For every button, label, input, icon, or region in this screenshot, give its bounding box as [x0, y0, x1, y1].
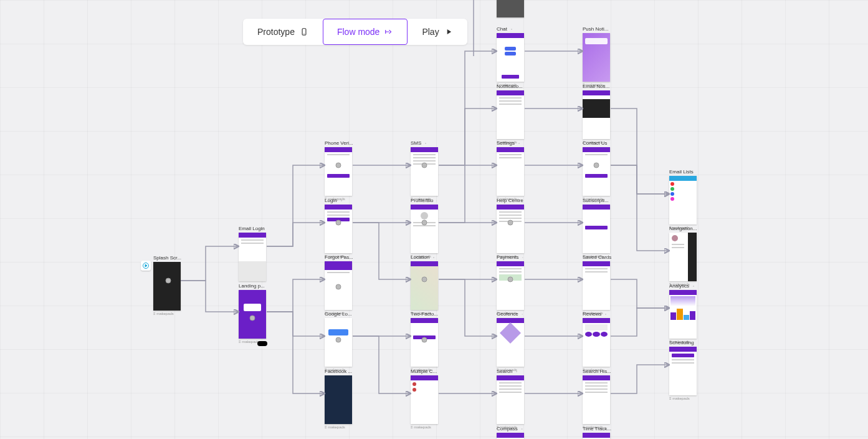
tab-label: Flow mode — [337, 27, 379, 37]
svg-point-29 — [511, 29, 512, 30]
screen-search-history[interactable]: Search His... ≡ makepads — [583, 369, 610, 429]
screen-label: Forgot Pas... — [325, 254, 353, 260]
screen-email-lists[interactable]: Email Lists ≡ makepads — [669, 169, 697, 229]
screen-label: Push Noti... — [583, 26, 608, 32]
screen-label: Search His... — [583, 369, 611, 374]
gear-icon — [431, 255, 436, 260]
tab-label: Play — [422, 27, 439, 37]
screen-label: Saved Cards — [583, 254, 611, 260]
screen-multiple-c[interactable]: Multiple C... ≡ makepads — [411, 369, 438, 429]
screen-settings[interactable]: Settings ≡ makepads — [497, 140, 524, 201]
screen-search[interactable]: Search ≡ makepads — [497, 369, 524, 429]
flow-icon — [384, 27, 393, 36]
screen-label: Contact Us — [583, 140, 608, 146]
svg-point-34 — [522, 314, 523, 315]
screen-label: Email Lists — [669, 169, 694, 175]
screen-label: Help Centre — [497, 198, 523, 203]
screen-push-notifications[interactable]: Push Noti... ≡ makepads — [583, 26, 610, 87]
gear-icon — [696, 340, 697, 345]
screen-scheduling[interactable]: Scheduling ≡ makepads — [669, 340, 697, 400]
svg-point-20 — [341, 200, 342, 201]
play-circle-icon — [142, 262, 150, 269]
screen-caption: ≡ makepads — [669, 397, 697, 400]
tab-flow-mode[interactable]: Flow mode — [323, 19, 408, 45]
screen-analytics[interactable]: Analytics ≡ makepads — [669, 283, 697, 344]
screen-location[interactable]: Location ≡ makepads — [411, 254, 438, 315]
screen-label: Reviews — [583, 311, 601, 317]
screen-email-notifications[interactable]: Email Noti... ≡ makepads — [583, 84, 610, 144]
screen-notifications[interactable]: Notificatio... ≡ makepads — [497, 84, 524, 144]
screen-label: Geofence — [497, 311, 518, 317]
badge-dark — [257, 341, 267, 346]
gear-icon — [691, 284, 696, 289]
screen-two-factor[interactable]: Two-Facto... ≡ makepads — [411, 311, 438, 372]
screen-label: Search — [497, 369, 512, 374]
screen-label: Settings — [497, 140, 515, 146]
screen-payments[interactable]: Payments ≡ makepads — [497, 254, 524, 315]
screen-splash[interactable]: Splash Scr... ≡ makepads — [153, 255, 181, 316]
tab-play[interactable]: Play — [408, 19, 467, 45]
screen-time-tracking[interactable]: Time Track... — [583, 426, 610, 439]
screen-phone-verification[interactable]: Phone Veri... ≡ makepads — [325, 140, 352, 201]
screen-help-centre[interactable]: Help Centre ≡ makepads — [497, 198, 524, 258]
screen-contact-us[interactable]: Contact Us ≡ makepads — [583, 140, 610, 201]
screen-label: Facebook ... — [325, 369, 352, 374]
gear-icon — [695, 170, 697, 175]
mode-tabbar: Prototype Flow mode Play — [243, 19, 467, 45]
screen-label: Email Noti... — [583, 84, 609, 89]
screen-label: Login — [325, 198, 337, 203]
screen-chat[interactable]: Chat ≡ makepads — [497, 26, 524, 87]
tab-prototype[interactable]: Prototype — [243, 19, 323, 45]
screen-saved-cards[interactable]: Saved Cards ≡ makepads — [583, 254, 610, 315]
screen-label: Profile/Bio — [411, 198, 433, 203]
flow-canvas[interactable]: Prototype Flow mode Play Splash Scr... ≡… — [0, 0, 868, 439]
screen-label: Landing p... — [239, 283, 265, 289]
screen-geofence[interactable]: Geofence ≡ makepads — [497, 311, 524, 372]
screen-login[interactable]: Login ≡ makepads — [325, 198, 352, 258]
screen-label: Google Lo... — [325, 311, 352, 317]
screen-label: Location — [411, 254, 429, 260]
screen-forgot-password[interactable]: Forgot Pas... ≡ makepads — [325, 254, 352, 315]
gear-icon — [603, 312, 608, 317]
screen-reviews[interactable]: Reviews ≡ makepads — [583, 311, 610, 372]
svg-point-45 — [696, 171, 697, 172]
screen-sms[interactable]: SMS ≡ makepads — [411, 140, 438, 201]
screen-email-login[interactable]: Email Login — [239, 226, 266, 281]
svg-point-42 — [605, 314, 606, 315]
screen-label: Notificatio... — [497, 84, 523, 89]
svg-point-26 — [433, 257, 434, 258]
svg-point-35 — [516, 371, 517, 372]
screen-caption: ≡ makepads — [411, 425, 438, 429]
svg-point-25 — [436, 200, 437, 201]
screen-label: Scheduling — [669, 340, 694, 345]
svg-point-33 — [522, 257, 523, 258]
svg-point-31 — [518, 143, 520, 144]
screen-landing[interactable]: Landing p... ≡ makepads — [239, 283, 266, 344]
gear-icon — [339, 198, 344, 203]
screen-google-login[interactable]: Google Lo... ≡ makepads — [325, 311, 352, 372]
phone-icon — [300, 27, 308, 36]
screen-compass[interactable]: Compass — [497, 426, 524, 439]
gear-icon — [521, 255, 524, 260]
screen-label: Time Track... — [583, 426, 611, 432]
tab-label: Prototype — [257, 27, 295, 37]
gear-icon — [609, 141, 610, 146]
start-play-badge[interactable] — [141, 261, 151, 271]
screen-profile-bio[interactable]: Profile/Bio ≡ makepads — [411, 198, 438, 258]
gear-icon — [517, 141, 522, 146]
screen-subscription[interactable]: Subscripti... ≡ makepads — [583, 198, 610, 258]
gear-icon — [435, 198, 438, 203]
screen-label: Analytics — [669, 283, 689, 289]
screen-label: SMS — [411, 140, 421, 146]
gear-icon — [520, 427, 524, 432]
screen-label: Chat — [497, 26, 507, 32]
gear-icon — [423, 141, 428, 146]
gear-icon — [509, 27, 514, 32]
screen-facebook-login[interactable]: Facebook ... ≡ makepads — [325, 369, 352, 429]
screen-navigation[interactable]: Navigation... ≡ makepads — [669, 226, 697, 286]
gear-icon — [514, 369, 519, 374]
screen-label: Splash Scr... — [153, 255, 181, 261]
screen-hidden-top[interactable] — [497, 0, 524, 17]
svg-point-24 — [425, 143, 426, 144]
screen-label: Multiple C... — [411, 369, 437, 374]
